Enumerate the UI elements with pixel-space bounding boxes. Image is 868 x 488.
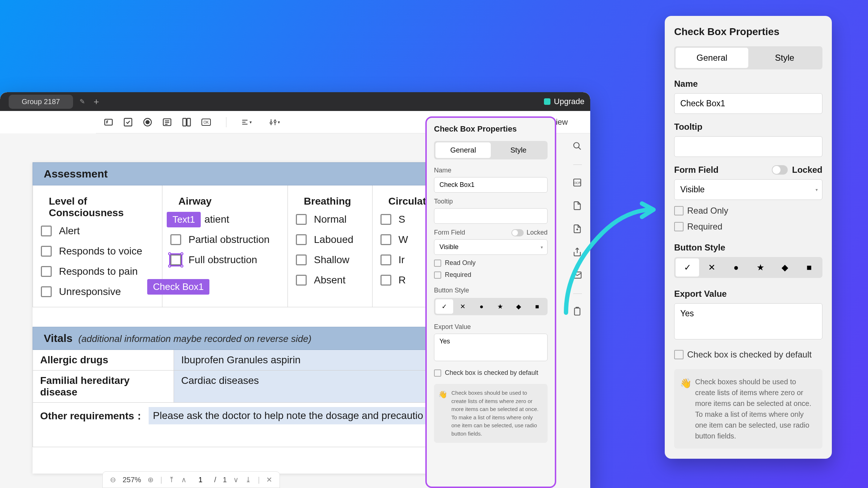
- export-value-input[interactable]: [674, 303, 822, 339]
- share-icon[interactable]: [573, 247, 583, 257]
- locked-toggle[interactable]: [511, 229, 524, 236]
- tools-icon[interactable]: ▾: [269, 117, 280, 128]
- checked-default-checkbox[interactable]: [674, 350, 684, 359]
- style-check-icon[interactable]: ✓: [676, 258, 699, 277]
- listbox-tool-icon[interactable]: [181, 117, 192, 128]
- style-square-icon[interactable]: ■: [528, 299, 546, 314]
- search-icon[interactable]: [573, 141, 583, 151]
- checkbox-field[interactable]: [380, 254, 391, 265]
- panel-title: Check Box Properties: [434, 124, 548, 134]
- align-tool-icon[interactable]: ▾: [241, 117, 252, 128]
- checkbox-field[interactable]: [380, 234, 391, 245]
- tooltip-input[interactable]: [434, 208, 548, 224]
- assessment-header: Assessment: [33, 162, 458, 185]
- selected-checkbox-field[interactable]: [169, 253, 182, 266]
- checkbox-field[interactable]: [41, 226, 52, 236]
- page-input[interactable]: [193, 476, 208, 484]
- style-star-icon[interactable]: ★: [491, 299, 509, 314]
- tab-general[interactable]: General: [435, 142, 491, 158]
- checkbox-field[interactable]: [296, 214, 307, 225]
- checkbox-label: S: [399, 214, 405, 225]
- prev-page-icon[interactable]: ∧: [181, 475, 187, 484]
- checkbox-field[interactable]: [170, 234, 181, 245]
- checkbox-field[interactable]: [41, 266, 52, 277]
- locked-label: Locked: [527, 229, 548, 236]
- required-checkbox[interactable]: [434, 271, 441, 279]
- required-checkbox[interactable]: [674, 222, 684, 231]
- upgrade-button[interactable]: Upgrade: [544, 97, 584, 106]
- tooltip-label: Tooltip: [674, 122, 822, 132]
- style-circle-icon[interactable]: ●: [473, 299, 490, 314]
- readonly-label: Read Only: [445, 259, 476, 267]
- document-tab[interactable]: Group 2187: [9, 95, 73, 109]
- checkbox-field[interactable]: [296, 254, 307, 265]
- toolbar-divider: [226, 117, 226, 127]
- checkbox-field[interactable]: [41, 286, 52, 297]
- tooltip-input[interactable]: [674, 136, 822, 157]
- first-page-icon[interactable]: ⤒: [169, 475, 175, 484]
- compress-icon[interactable]: [573, 224, 583, 234]
- edit-tab-icon[interactable]: ✎: [80, 98, 85, 106]
- tooltip-label: Tooltip: [434, 198, 548, 205]
- export-value-input[interactable]: [434, 334, 548, 361]
- checkbox-label: Ir: [399, 254, 405, 266]
- style-diamond-icon[interactable]: ◆: [510, 299, 527, 314]
- document-page: Assessment Level of Consciousness Alert …: [33, 162, 458, 474]
- button-style-group: ✓ ✕ ● ★ ◆ ■: [434, 298, 548, 315]
- mail-icon[interactable]: [573, 270, 583, 281]
- field-badge-checkbox1[interactable]: Check Box1: [147, 279, 209, 295]
- page-sep: /: [214, 476, 216, 484]
- name-input[interactable]: [434, 177, 548, 193]
- style-star-icon[interactable]: ★: [749, 258, 772, 277]
- checkbox-field[interactable]: [380, 275, 391, 286]
- checkbox-label: Alert: [59, 225, 80, 237]
- next-page-icon[interactable]: ∨: [233, 475, 239, 484]
- formfield-label: Form Field Locked: [434, 229, 548, 236]
- zoom-in-icon[interactable]: ⊕: [148, 475, 154, 484]
- checkbox-field[interactable]: [296, 234, 307, 245]
- text-field-tool-icon[interactable]: [103, 117, 114, 128]
- col-header: Breathing: [296, 191, 364, 209]
- zoom-level: 257%: [123, 476, 141, 484]
- locked-label: Locked: [792, 165, 822, 175]
- upgrade-icon: [544, 98, 550, 105]
- rail-divider: [573, 164, 582, 165]
- radio-tool-icon[interactable]: [142, 117, 153, 128]
- tab-general[interactable]: General: [676, 48, 748, 68]
- style-diamond-icon[interactable]: ◆: [773, 258, 796, 277]
- checked-default-checkbox[interactable]: [434, 369, 441, 377]
- visibility-select[interactable]: Visible: [434, 239, 548, 255]
- page-icon[interactable]: [573, 201, 583, 211]
- style-square-icon[interactable]: ■: [797, 258, 821, 277]
- tab-style[interactable]: Style: [748, 48, 821, 68]
- checkbox-field[interactable]: [380, 214, 391, 225]
- ocr-icon[interactable]: OCR: [573, 178, 583, 188]
- last-page-icon[interactable]: ⤓: [245, 475, 251, 484]
- svg-rect-1: [124, 118, 132, 126]
- visibility-select[interactable]: Visible: [674, 179, 822, 200]
- checkbox-field[interactable]: [296, 275, 307, 286]
- close-icon[interactable]: ✕: [266, 475, 272, 484]
- locked-toggle[interactable]: [772, 165, 788, 175]
- checkbox-field[interactable]: [41, 246, 52, 257]
- checkbox-tool-icon[interactable]: [123, 117, 133, 128]
- style-cross-icon[interactable]: ✕: [454, 299, 472, 314]
- style-check-icon[interactable]: ✓: [435, 299, 453, 314]
- clipboard-icon[interactable]: [573, 307, 583, 317]
- style-circle-icon[interactable]: ●: [724, 258, 748, 277]
- button-tool-icon[interactable]: OK: [201, 117, 212, 128]
- vitals-row-value[interactable]: Ibuprofen Granules aspirin: [174, 350, 457, 370]
- col-header: Level of Consciousness: [41, 191, 154, 221]
- style-cross-icon[interactable]: ✕: [700, 258, 723, 277]
- dropdown-tool-icon[interactable]: [162, 117, 173, 128]
- name-input[interactable]: [674, 93, 822, 114]
- tab-style[interactable]: Style: [491, 142, 546, 158]
- other-req-value[interactable]: Please ask the doctor to help note the d…: [149, 407, 450, 424]
- field-badge-text1[interactable]: Text1: [167, 212, 201, 227]
- zoom-out-icon[interactable]: ⊖: [110, 475, 116, 484]
- readonly-checkbox[interactable]: [434, 260, 441, 267]
- vitals-row-value[interactable]: Cardiac diseases: [174, 371, 457, 402]
- add-tab-icon[interactable]: +: [94, 96, 99, 107]
- titlebar: Group 2187 ✎ + Upgrade: [0, 92, 590, 111]
- readonly-checkbox[interactable]: [674, 206, 684, 215]
